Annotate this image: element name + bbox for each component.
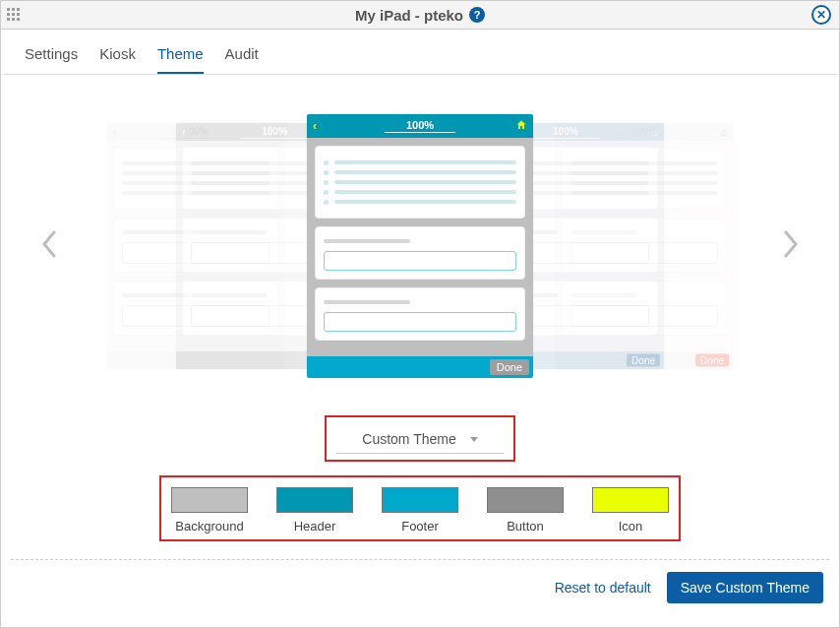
preview-home-icon [515,119,527,133]
swatch-button-chip [487,487,564,513]
drag-grip-icon[interactable] [7,8,21,22]
swatch-header-label: Header [294,519,336,534]
preview-progress-label: 100% [385,119,455,133]
swatch-header[interactable]: Header [276,487,353,534]
theme-select-dropdown[interactable]: Custom Theme [336,427,504,454]
swatch-icon-label: Icon [619,519,643,534]
chevron-down-icon [470,437,478,442]
swatch-background-label: Background [175,519,243,534]
preview-done-button: Done [490,359,529,375]
help-icon[interactable]: ? [469,7,485,23]
swatch-icon[interactable]: Icon [592,487,669,534]
swatch-background-chip [171,487,248,513]
window-title: My iPad - pteko [355,7,463,24]
tab-settings[interactable]: Settings [25,45,78,74]
theme-select-value: Custom Theme [362,431,455,447]
theme-preview-main: ‹ 100% Done [307,114,533,378]
close-icon: ✕ [816,8,826,22]
preview-back-icon: ‹ [313,119,317,133]
tab-kiosk[interactable]: Kiosk [99,45,136,74]
theme-select-highlight: Custom Theme [325,415,515,462]
swatch-icon-chip [592,487,669,513]
swatch-footer-chip [382,487,458,513]
swatch-button-label: Button [507,519,544,534]
color-swatches-highlight: Background Header Footer Button Icon [159,475,681,541]
swatch-background[interactable]: Background [171,487,248,534]
theme-preview-carousel: ‹100%⌂ ‹100%⌂ Done [1,89,839,404]
swatch-footer-label: Footer [401,519,439,534]
swatch-footer[interactable]: Footer [382,487,458,534]
swatch-button[interactable]: Button [487,487,564,534]
swatch-header-chip [276,487,353,513]
close-button[interactable]: ✕ [811,5,831,25]
reset-to-default-link[interactable]: Reset to default [555,580,651,596]
tab-theme[interactable]: Theme [157,45,204,74]
tab-bar: Settings Kiosk Theme Audit [3,30,837,75]
save-custom-theme-button[interactable]: Save Custom Theme [667,572,823,603]
tab-audit[interactable]: Audit [225,45,259,74]
